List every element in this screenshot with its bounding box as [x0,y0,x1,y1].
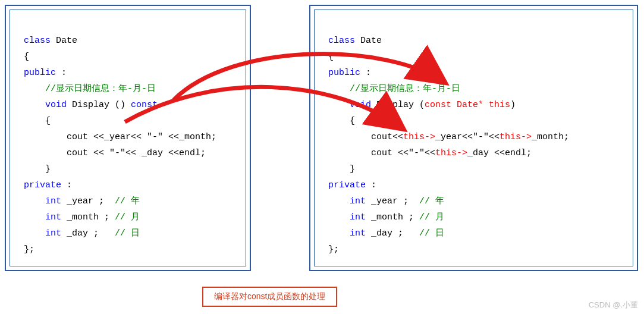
stmt-part: _year<<"-"<< [435,132,500,142]
fn-name: Display ( [371,100,425,110]
caption-box: 编译器对const成员函数的处理 [202,287,337,307]
comment: // 日 [115,228,140,238]
comment: // 年 [115,196,140,206]
colon: : [366,180,376,190]
watermark: CSDN @.小董 [589,300,638,310]
class-name: Date [51,36,77,46]
stmt-part: cout<< [371,132,403,142]
fn-name: Display () [67,100,131,110]
comment: // 月 [115,212,140,222]
param: const Date* this [425,100,510,110]
kw-private: private [24,180,61,190]
kw-int: int [45,196,61,206]
kw-class: class [24,36,51,46]
var: _day ; [61,228,115,238]
colon: : [360,68,371,78]
left-code: class Date { public : //显示日期信息：年-月-日 voi… [24,17,216,258]
comment: // 日 [419,228,444,238]
this-ptr: this-> [435,148,467,158]
this-ptr: this-> [500,132,532,142]
kw-void: void [350,100,371,110]
comment: // 年 [419,196,444,206]
kw-class: class [328,36,355,46]
brace-close: }; [24,244,34,255]
kw-public: public [24,68,56,78]
stmt: cout << "-"<< _day <<endl; [67,148,206,158]
stmt: cout <<_year<< "-" <<_month; [67,132,216,142]
colon: : [61,180,72,190]
var: _year ; [61,196,115,206]
brace-close: }; [328,244,339,255]
kw-private: private [328,180,366,190]
var: _day ; [366,228,419,238]
brace-open: { [350,116,355,126]
brace-open: { [45,116,51,126]
kw-int: int [350,196,366,206]
kw-int: int [45,228,61,238]
kw-const: const [131,100,158,110]
stmt-part: _day <<endl; [467,148,532,158]
caption-text: 编译器对const成员函数的处理 [214,291,325,301]
kw-int: int [350,228,366,238]
var: _month ; [61,212,115,222]
brace-close: } [350,164,355,174]
right-code: class Date { public : //显示日期信息：年-月-日 voi… [328,17,569,258]
paren-close: ) [510,100,516,110]
comment: //显示日期信息：年-月-日 [45,84,156,94]
stmt-part: cout <<"-"<< [371,148,435,158]
comment: // 月 [419,212,444,222]
brace-open: { [328,52,334,62]
stmt-part: _month; [532,132,569,142]
kw-public: public [328,68,360,78]
kw-void: void [45,100,67,110]
this-ptr: this-> [403,132,435,142]
var: _month ; [366,212,419,222]
colon: : [56,68,67,78]
brace-open: { [24,52,29,62]
var: _year ; [366,196,419,206]
kw-int: int [45,212,61,222]
kw-int: int [350,212,366,222]
class-name: Date [355,36,382,46]
comment: //显示日期信息：年-月-日 [350,84,460,94]
brace-close: } [45,164,51,174]
